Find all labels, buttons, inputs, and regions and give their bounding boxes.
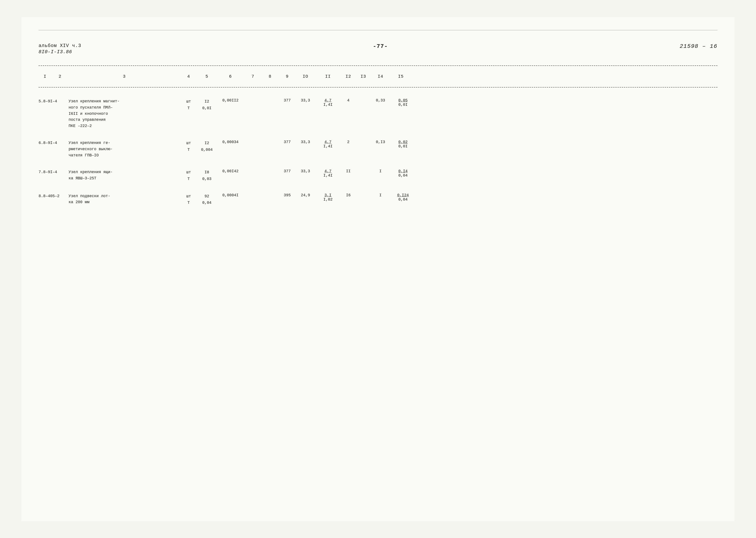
header-center: -77- [373, 43, 388, 50]
row-col6-1: 0,00II2 [216, 98, 244, 103]
row-col15-1: 0,05 0,0I [390, 98, 416, 107]
row-col11-3: 4,7 I,4I [315, 169, 341, 178]
row-col4-4: шт Т [180, 193, 197, 206]
row-col14-4: I [371, 193, 390, 197]
col-header-7: 7 [244, 74, 261, 79]
row-col9-3: 377 [279, 169, 296, 173]
row-col9-4: 395 [279, 193, 296, 197]
row-id-2: 6.8–9I–4 [39, 140, 69, 145]
row-col12-2: 2 [341, 140, 356, 144]
row-col9-2: 377 [279, 140, 296, 144]
header-subtitle: 8I0-I-I3.86 [39, 49, 81, 55]
row-col5-3: I8 0,03 [197, 169, 216, 182]
row-col10-1: 33,3 [296, 98, 315, 103]
col-header-15: I5 [390, 74, 411, 79]
row-desc-2: Узел крепления ге- рметического выклю- ч… [69, 140, 180, 158]
table-row: 7.8–9I–4 Узел крепления ящи- ка ЯВШ–3–25… [39, 167, 717, 184]
row-col5-1: I2 0,0I [197, 98, 216, 111]
header-row: альбом XIV ч.3 8I0-I-I3.86 -77- 21598 – … [39, 43, 717, 55]
row-col10-4: 24,9 [296, 193, 315, 197]
col-header-4: 4 [180, 74, 197, 79]
row-col15-2: 0,02 0,0I [390, 140, 416, 148]
row-col6-2: 0,00034 [216, 140, 244, 144]
col-header-6: 6 [216, 74, 244, 79]
col-header-10: IO [296, 74, 315, 79]
header-right: 21598 – 16 [680, 43, 717, 50]
row-col12-3: II [341, 169, 356, 173]
row-col5-2: I2 0,004 [197, 140, 216, 153]
col-header-12: I2 [341, 74, 356, 79]
row-col10-2: 33,3 [296, 140, 315, 144]
row-col14-3: I [371, 169, 390, 173]
row-col4-3: шт Т [180, 169, 197, 182]
row-col15-4: 0,I24 0,04 [390, 193, 416, 202]
header-title: альбом XIV ч.3 [39, 43, 81, 48]
row-desc-4: Узел подвески лот- ка 200 мм [69, 193, 180, 205]
col-header-9: 9 [279, 74, 296, 79]
row-id-3: 7.8–9I–4 [39, 169, 69, 174]
data-section: 5.8–9I–4 Узел крепления магнит- ного пус… [39, 96, 717, 208]
row-col14-1: 0,33 [371, 98, 390, 103]
col-header-1: I [39, 74, 51, 79]
row-col14-2: 0,I3 [371, 140, 390, 144]
row-col11-4: 3,I I,02 [315, 193, 341, 202]
col-header-14: I4 [371, 74, 390, 79]
col-header-2: 2 [51, 74, 69, 79]
column-headers: I 2 3 4 5 6 7 8 9 IO II I2 I3 I4 I5 [39, 70, 717, 83]
row-col12-1: 4 [341, 98, 356, 103]
row-col9-1: 377 [279, 98, 296, 103]
col-header-11: II [315, 74, 341, 79]
row-col10-3: 33,3 [296, 169, 315, 173]
row-col5-4: 92 0,04 [197, 193, 216, 206]
row-desc-1: Узел крепления магнит- ного пускателя ПМ… [69, 98, 180, 129]
row-col4-2: шт Т [180, 140, 197, 153]
table-row: 5.8–9I–4 Узел крепления магнит- ного пус… [39, 96, 717, 131]
dashed-line-top [39, 65, 717, 66]
page-container: альбом XIV ч.3 8I0-I-I3.86 -77- 21598 – … [22, 17, 734, 521]
row-col4-1: шт Т [180, 98, 197, 111]
row-col11-1: 4,7 I,4I [315, 98, 341, 107]
row-col15-3: 0,I4 0,04 [390, 169, 416, 178]
row-col11-2: 4,7 I,4I [315, 140, 341, 148]
table-row: 8.8–405–2 Узел подвески лот- ка 200 мм ш… [39, 191, 717, 208]
dashed-line-bottom [39, 87, 717, 87]
row-col12-4: I6 [341, 193, 356, 197]
row-col6-3: 0,00I42 [216, 169, 244, 173]
header-left: альбом XIV ч.3 8I0-I-I3.86 [39, 43, 81, 55]
row-col6-4: 0,0004I [216, 193, 244, 197]
col-header-13: I3 [356, 74, 371, 79]
col-header-8: 8 [261, 74, 279, 79]
row-id-1: 5.8–9I–4 [39, 98, 69, 103]
col-header-3: 3 [69, 74, 180, 79]
table-row: 6.8–9I–4 Узел крепления ге- рметического… [39, 138, 717, 160]
col-header-5: 5 [197, 74, 216, 79]
row-desc-3: Узел крепления ящи- ка ЯВШ–3–25Т [69, 169, 180, 182]
row-id-4: 8.8–405–2 [39, 193, 69, 198]
